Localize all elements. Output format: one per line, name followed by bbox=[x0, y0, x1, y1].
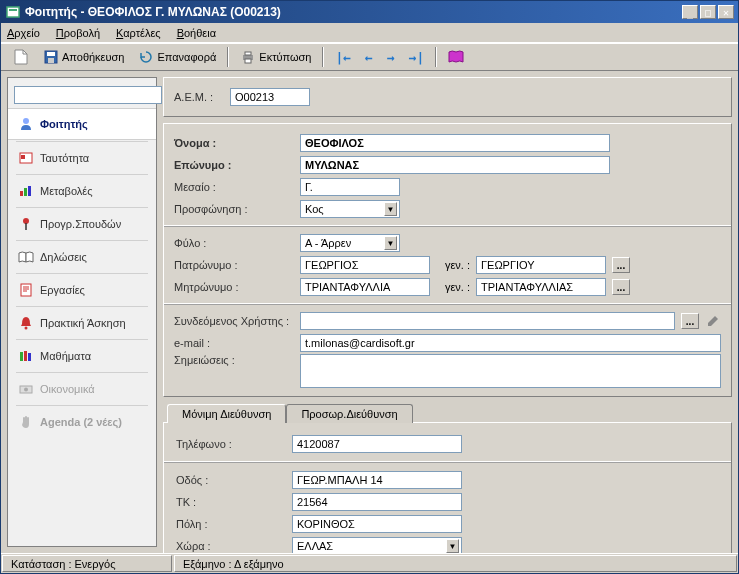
menu-help[interactable]: Βοήθεια bbox=[177, 27, 216, 39]
bell-icon bbox=[18, 315, 34, 331]
chevron-down-icon: ▼ bbox=[384, 202, 397, 216]
app-icon bbox=[5, 4, 21, 20]
next-icon: → bbox=[387, 50, 395, 65]
tab-permanent[interactable]: Μόνιμη Διεύθυνση bbox=[167, 404, 286, 423]
aem-label: Α.Ε.Μ. : bbox=[174, 91, 224, 103]
city-field[interactable] bbox=[292, 515, 462, 533]
zip-field[interactable] bbox=[292, 493, 462, 511]
status-semester: Εξάμηνο : Δ εξάμηνο bbox=[174, 555, 737, 572]
salutation-dropdown[interactable]: Κος ▼ bbox=[300, 200, 400, 218]
tabs: Μόνιμη Διεύθυνση Προσωρ.Διεύθυνση bbox=[163, 404, 732, 423]
reset-icon bbox=[138, 49, 154, 65]
email-label: e-mail : bbox=[174, 337, 294, 349]
mother-more-button[interactable]: ... bbox=[612, 279, 630, 295]
aem-field[interactable] bbox=[230, 88, 310, 106]
save-button[interactable]: Αποθήκευση bbox=[37, 46, 130, 68]
firstname-field[interactable] bbox=[300, 134, 610, 152]
last-icon: →| bbox=[409, 50, 425, 65]
linked-user-more-button[interactable]: ... bbox=[681, 313, 699, 329]
person-icon bbox=[18, 116, 34, 132]
nav-last-button[interactable]: →| bbox=[403, 47, 431, 68]
country-dropdown[interactable]: ΕΛΛΑΣ ▼ bbox=[292, 537, 462, 553]
menu-view[interactable]: Προβολή bbox=[56, 27, 100, 39]
panel-main: Όνομα : Επώνυμο : Μεσαίο : Προσφώνηση : … bbox=[163, 123, 732, 397]
sidebar: Φοιτητής Ταυτότητα Μεταβολές Προγρ.Σπουδ… bbox=[7, 77, 157, 547]
sidebar-item-declarations[interactable]: Δηλώσεις bbox=[8, 242, 156, 272]
sidebar-item-program[interactable]: Προγρ.Σπουδών bbox=[8, 209, 156, 239]
sidebar-item-identity[interactable]: Ταυτότητα bbox=[8, 143, 156, 173]
notes-field[interactable] bbox=[300, 354, 721, 388]
middle-field[interactable] bbox=[300, 178, 400, 196]
nav-next-button[interactable]: → bbox=[381, 47, 401, 68]
menu-cards[interactable]: Καρτέλες bbox=[116, 27, 161, 39]
phone-field[interactable] bbox=[292, 435, 462, 453]
new-button[interactable] bbox=[7, 46, 35, 68]
book-icon bbox=[448, 49, 464, 65]
street-field[interactable] bbox=[292, 471, 462, 489]
maximize-button[interactable]: □ bbox=[700, 5, 716, 19]
print-button[interactable]: Εκτύπωση bbox=[234, 46, 317, 68]
salutation-label: Προσφώνηση : bbox=[174, 203, 294, 215]
menubar: Αρχείο Προβολή Καρτέλες Βοήθεια bbox=[1, 23, 738, 43]
father-more-button[interactable]: ... bbox=[612, 257, 630, 273]
street-label: Οδός : bbox=[176, 474, 286, 486]
edit-icon[interactable] bbox=[705, 313, 721, 329]
svg-rect-0 bbox=[7, 7, 19, 17]
zip-label: ΤΚ : bbox=[176, 496, 286, 508]
reset-button[interactable]: Επαναφορά bbox=[132, 46, 222, 68]
svg-rect-4 bbox=[48, 58, 54, 63]
sidebar-item-internship[interactable]: Πρακτική Άσκηση bbox=[8, 308, 156, 338]
menu-file[interactable]: Αρχείο bbox=[7, 27, 40, 39]
svg-point-11 bbox=[23, 118, 29, 124]
father-gen-field[interactable] bbox=[476, 256, 606, 274]
main: Α.Ε.Μ. : Όνομα : Επώνυμο : Μεσαίο : bbox=[157, 71, 738, 553]
svg-rect-7 bbox=[245, 59, 251, 63]
sidebar-item-agenda: Agenda (2 νέες) bbox=[8, 407, 156, 437]
window-buttons: _ □ ✕ bbox=[682, 5, 734, 19]
father-field[interactable] bbox=[300, 256, 430, 274]
gen-label: γεν. : bbox=[436, 281, 470, 293]
window-title: Φοιτητής - ΘΕΟΦΙΛΟΣ Γ. ΜΥΛΩΝΑΣ (O00213) bbox=[25, 5, 682, 19]
mother-gen-field[interactable] bbox=[476, 278, 606, 296]
sidebar-item-changes[interactable]: Μεταβολές bbox=[8, 176, 156, 206]
svg-rect-6 bbox=[245, 52, 251, 55]
search-input[interactable] bbox=[14, 86, 162, 104]
sidebar-item-works[interactable]: Εργασίες bbox=[8, 275, 156, 305]
new-icon bbox=[13, 49, 29, 65]
svg-point-24 bbox=[24, 388, 28, 392]
first-icon: |← bbox=[335, 50, 351, 65]
country-label: Χώρα : bbox=[176, 540, 286, 552]
nav-prev-button[interactable]: ← bbox=[359, 47, 379, 68]
money-icon bbox=[18, 381, 34, 397]
gender-label: Φύλο : bbox=[174, 237, 294, 249]
save-icon bbox=[43, 49, 59, 65]
toolbar-separator bbox=[227, 47, 229, 67]
svg-rect-14 bbox=[20, 191, 23, 196]
chevron-down-icon: ▼ bbox=[384, 236, 397, 250]
tab-temporary[interactable]: Προσωρ.Διεύθυνση bbox=[286, 404, 412, 423]
print-icon bbox=[240, 49, 256, 65]
email-field[interactable] bbox=[300, 334, 721, 352]
svg-rect-18 bbox=[21, 284, 31, 296]
svg-rect-15 bbox=[24, 188, 27, 196]
sidebar-item-courses[interactable]: Μαθήματα bbox=[8, 341, 156, 371]
status-state: Κατάσταση : Ενεργός bbox=[2, 555, 172, 572]
lastname-field[interactable] bbox=[300, 156, 610, 174]
open-book-icon bbox=[18, 249, 34, 265]
hand-icon bbox=[18, 414, 34, 430]
body: Φοιτητής Ταυτότητα Μεταβολές Προγρ.Σπουδ… bbox=[1, 71, 738, 553]
svg-rect-1 bbox=[9, 9, 17, 11]
gen-label: γεν. : bbox=[436, 259, 470, 271]
sidebar-item-student[interactable]: Φοιτητής bbox=[8, 108, 156, 140]
gender-dropdown[interactable]: Α - Άρρεν ▼ bbox=[300, 234, 400, 252]
minimize-button[interactable]: _ bbox=[682, 5, 698, 19]
nav-first-button[interactable]: |← bbox=[329, 47, 357, 68]
chevron-down-icon: ▼ bbox=[446, 539, 459, 553]
help-button[interactable] bbox=[442, 46, 470, 68]
books-icon bbox=[18, 348, 34, 364]
mother-field[interactable] bbox=[300, 278, 430, 296]
tab-panel-permanent: Τηλέφωνο : Οδός : ΤΚ : Πόλη : bbox=[163, 422, 732, 553]
close-button[interactable]: ✕ bbox=[718, 5, 734, 19]
linked-user-field[interactable] bbox=[300, 312, 675, 330]
svg-point-19 bbox=[25, 327, 28, 330]
